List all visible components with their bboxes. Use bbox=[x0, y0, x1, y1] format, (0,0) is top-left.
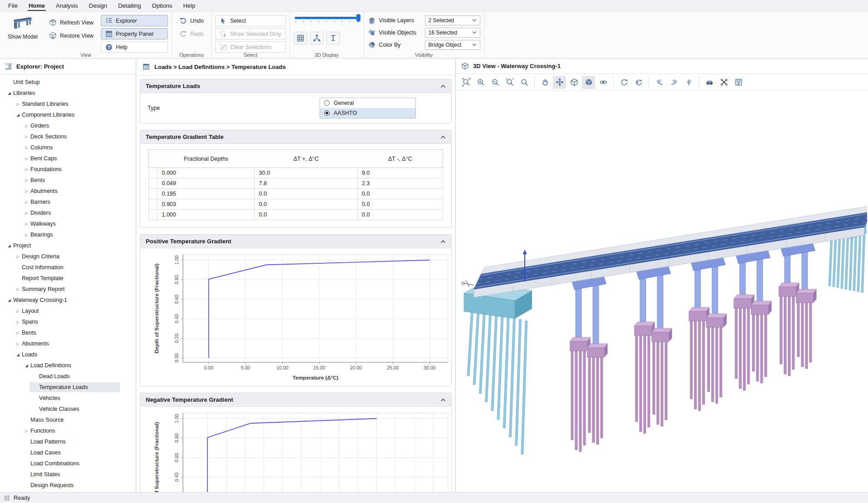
collapse-chevron-icon[interactable] bbox=[440, 84, 446, 88]
tree-item-project[interactable]: ◢Project bbox=[0, 240, 136, 251]
tree-expanded-arrow-icon[interactable]: ◢ bbox=[5, 298, 13, 302]
table-cell[interactable]: 9.0 bbox=[358, 168, 443, 178]
table-cell[interactable]: 0.0 bbox=[255, 210, 358, 220]
tree-item-load-cases[interactable]: Load Cases bbox=[0, 447, 136, 458]
tree-collapsed-arrow-icon[interactable]: ▷ bbox=[14, 331, 22, 335]
tree-collapsed-arrow-icon[interactable]: ▷ bbox=[23, 168, 30, 172]
explorer-button[interactable]: Explorer bbox=[101, 15, 168, 26]
collapse-chevron-icon[interactable] bbox=[440, 135, 446, 139]
undo-button[interactable]: Undo bbox=[176, 15, 207, 26]
table-cell[interactable]: 0.000 bbox=[158, 168, 255, 178]
slider-handle[interactable] bbox=[356, 14, 360, 22]
drive-through-button[interactable] bbox=[703, 76, 716, 89]
tree-item-abutments[interactable]: ▷Abutments bbox=[0, 338, 136, 349]
tree-expanded-arrow-icon[interactable]: ◢ bbox=[14, 113, 22, 117]
cube-wireframe-button[interactable] bbox=[567, 76, 581, 89]
tree-collapsed-arrow-icon[interactable]: ▷ bbox=[23, 124, 30, 128]
menu-design[interactable]: Design bbox=[84, 0, 113, 11]
row-selector[interactable] bbox=[149, 178, 158, 189]
show-model-button[interactable]: Show Model bbox=[4, 14, 42, 40]
menu-analysis[interactable]: Analysis bbox=[50, 0, 83, 11]
tree-item-loads[interactable]: ◢Loads bbox=[0, 349, 136, 360]
tree-collapsed-arrow-icon[interactable]: ▷ bbox=[23, 146, 30, 150]
tree-item-design-criteria[interactable]: ▷Design Criteria bbox=[0, 251, 136, 262]
color-by-dropdown[interactable]: Bridge Object bbox=[425, 40, 480, 50]
table-cell[interactable]: 7.8 bbox=[255, 178, 358, 189]
tree-collapsed-arrow-icon[interactable]: ▷ bbox=[23, 200, 30, 204]
table-cell[interactable]: 30.0 bbox=[255, 168, 358, 178]
tree-item-bents[interactable]: ▷Bents bbox=[0, 175, 136, 186]
tree-item-component-libraries[interactable]: ◢Component Libraries bbox=[0, 109, 136, 120]
tree-item-bent-caps[interactable]: ▷Bent Caps bbox=[0, 153, 136, 164]
tree-item-vehicles[interactable]: Vehicles bbox=[0, 393, 136, 404]
zoom-window-button[interactable] bbox=[503, 76, 516, 89]
menu-options[interactable]: Options bbox=[147, 0, 178, 11]
tree-collapsed-arrow-icon[interactable]: ▷ bbox=[23, 222, 30, 226]
table-cell[interactable]: 0.0 bbox=[358, 199, 443, 210]
refresh-view-button[interactable]: Refresh View bbox=[45, 17, 97, 28]
tree-collapsed-arrow-icon[interactable]: ▷ bbox=[23, 157, 30, 161]
tree-expanded-arrow-icon[interactable]: ◢ bbox=[5, 91, 13, 95]
tree-item-columns[interactable]: ▷Columns bbox=[0, 142, 136, 153]
zoom-out-button[interactable] bbox=[488, 76, 502, 89]
orbit-button[interactable] bbox=[553, 76, 566, 89]
row-selector[interactable] bbox=[149, 199, 158, 210]
help-button[interactable]: ?Help bbox=[101, 41, 168, 53]
menu-detailing[interactable]: Detailing bbox=[113, 0, 147, 11]
extrude-toggle-button[interactable] bbox=[326, 32, 340, 44]
tree-expanded-arrow-icon[interactable]: ◢ bbox=[14, 353, 22, 357]
table-cell[interactable]: 1.000 bbox=[158, 210, 255, 220]
tree-collapsed-arrow-icon[interactable]: ▷ bbox=[23, 233, 30, 237]
collapse-chevron-icon[interactable] bbox=[440, 398, 446, 402]
tree-item-standard-libraries[interactable]: ▷Standard Libraries bbox=[0, 99, 136, 109]
restore-view-button[interactable]: Restore View bbox=[45, 30, 97, 41]
view-plane-x-button[interactable] bbox=[653, 76, 666, 89]
view-plane-z-button[interactable] bbox=[682, 76, 695, 89]
zoom-in-button[interactable] bbox=[474, 76, 487, 89]
tree-item-bents[interactable]: ▷Bents bbox=[0, 327, 136, 338]
tree-collapsed-arrow-icon[interactable]: ▷ bbox=[14, 287, 22, 291]
view-plane-y-button[interactable] bbox=[667, 76, 681, 89]
rotate-cw-button[interactable] bbox=[617, 76, 631, 89]
table-cell[interactable]: 2.3 bbox=[358, 178, 443, 189]
select-button[interactable]: Select bbox=[215, 15, 286, 26]
row-selector[interactable] bbox=[149, 189, 158, 199]
tree-item-libraries[interactable]: ◢Libraries bbox=[0, 88, 136, 99]
tree-collapsed-arrow-icon[interactable]: ▷ bbox=[23, 178, 30, 182]
tree-item-bearings[interactable]: ▷Bearings bbox=[0, 229, 136, 240]
menu-home[interactable]: Home bbox=[23, 0, 50, 11]
tree-collapsed-arrow-icon[interactable]: ▷ bbox=[14, 102, 22, 106]
table-cell[interactable]: 0.0 bbox=[358, 210, 443, 220]
table-cell[interactable]: 0.0 bbox=[255, 199, 358, 210]
drone-view-button[interactable] bbox=[717, 76, 730, 89]
tree-item-summary-report[interactable]: ▷Summary Report bbox=[0, 284, 136, 295]
tree-item-vehicle-classes[interactable]: Vehicle Classes bbox=[0, 404, 136, 414]
tree-item-load-definitions[interactable]: ◢Load Definitions bbox=[0, 360, 136, 371]
tree-item-barriers[interactable]: ▷Barriers bbox=[0, 197, 136, 207]
pan-button[interactable] bbox=[538, 76, 552, 89]
cube-solid-button[interactable] bbox=[582, 76, 595, 89]
view3d-viewport[interactable] bbox=[456, 91, 868, 492]
view-eye-button[interactable] bbox=[597, 76, 610, 89]
tree-item-spans[interactable]: ▷Spans bbox=[0, 316, 136, 327]
3d-display-slider[interactable] bbox=[295, 17, 359, 23]
tree-item-design-requests[interactable]: Design Requests bbox=[0, 480, 136, 491]
zoom-loupe-button[interactable] bbox=[518, 76, 531, 89]
tree-item-functions[interactable]: ▷Functions bbox=[0, 425, 136, 436]
tree-item-cost-information[interactable]: Cost Information bbox=[0, 262, 136, 273]
tree-item-load-combinations[interactable]: Load Combinations bbox=[0, 458, 136, 469]
negative-gradient-panel-header[interactable]: Negative Temperature Gradient bbox=[140, 393, 451, 407]
table-cell[interactable]: 0.195 bbox=[158, 189, 255, 199]
tree-collapsed-arrow-icon[interactable]: ▷ bbox=[14, 342, 22, 346]
tree-collapsed-arrow-icon[interactable]: ▷ bbox=[14, 255, 22, 259]
visible-objects-dropdown[interactable]: 16 Selected bbox=[425, 28, 480, 38]
axes-toggle-button[interactable] bbox=[310, 32, 324, 44]
tree-item-foundations[interactable]: ▷Foundations bbox=[0, 164, 136, 175]
property-scroll-area[interactable]: Temperature Loads Type General AASHTO Te… bbox=[136, 75, 455, 492]
tree-item-girders[interactable]: ▷Girders bbox=[0, 120, 136, 131]
property-panel-button[interactable]: Property Panel bbox=[101, 28, 168, 39]
tree-collapsed-arrow-icon[interactable]: ▷ bbox=[23, 135, 30, 139]
tree-item-walkways[interactable]: ▷Walkways bbox=[0, 218, 136, 229]
zoom-extents-button[interactable] bbox=[459, 76, 473, 89]
tree-item-abutments[interactable]: ▷Abutments bbox=[0, 186, 136, 197]
